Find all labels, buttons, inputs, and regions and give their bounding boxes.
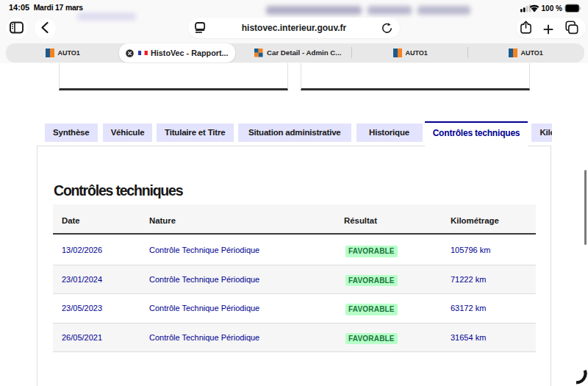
svg-text:100 %: 100 % [542, 4, 563, 12]
